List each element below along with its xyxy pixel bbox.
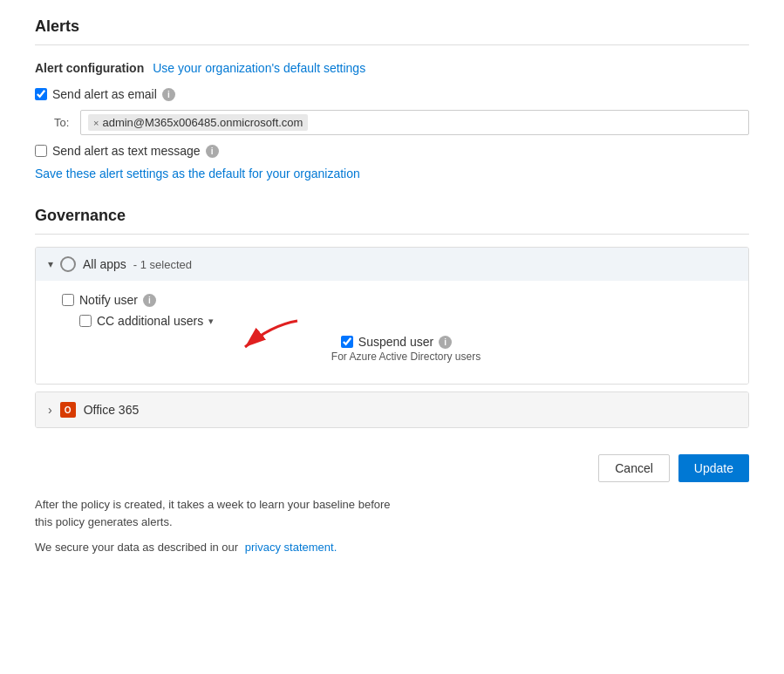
notify-user-checkbox[interactable]: [62, 294, 74, 306]
office365-accordion: › O Office 365: [35, 391, 749, 428]
alert-config-label: Alert configuration: [35, 61, 144, 75]
cc-users-checkbox[interactable]: [79, 315, 92, 327]
send-email-label: Send alert as email: [52, 87, 157, 101]
notify-user-label: Notify user: [79, 293, 138, 307]
to-field-row: To: × admin@M365x006485.onmicrosoft.com: [54, 110, 749, 135]
suspend-user-label: Suspend user: [358, 335, 433, 349]
email-tag: × admin@M365x006485.onmicrosoft.com: [88, 114, 308, 131]
notify-user-info-icon: i: [143, 294, 156, 307]
send-email-info-icon: i: [162, 88, 175, 101]
privacy-link[interactable]: privacy statement.: [245, 541, 337, 554]
office365-title: Office 365: [84, 403, 140, 417]
privacy-text: We secure your data as described in our …: [35, 541, 749, 554]
notify-user-row: Notify user i: [62, 293, 731, 307]
update-button[interactable]: Update: [678, 454, 749, 482]
email-tag-remove[interactable]: ×: [93, 118, 99, 128]
all-apps-accordion: ▾ All apps - 1 selected Notify user i CC…: [35, 247, 749, 385]
send-email-row: Send alert as email i: [35, 87, 749, 101]
all-apps-title: All apps: [83, 257, 126, 271]
send-text-row: Send alert as text message i: [35, 144, 749, 158]
all-apps-accordion-body: Notify user i CC additional users ▾: [36, 281, 748, 384]
suspend-user-info-icon: i: [439, 336, 452, 349]
cc-users-label: CC additional users: [97, 314, 203, 328]
use-default-settings-link[interactable]: Use your organization's default settings: [153, 61, 365, 75]
cancel-button[interactable]: Cancel: [598, 454, 670, 482]
all-apps-badge: - 1 selected: [133, 258, 192, 271]
email-tag-input[interactable]: × admin@M365x006485.onmicrosoft.com: [80, 110, 749, 135]
cc-users-row: CC additional users ▾: [79, 314, 731, 328]
alerts-section: Alerts Alert configuration Use your orga…: [35, 17, 749, 180]
privacy-prefix: We secure your data as described in our: [35, 541, 238, 554]
office365-accordion-header[interactable]: › O Office 365: [36, 392, 748, 427]
all-apps-chevron: ▾: [48, 258, 53, 270]
send-text-label: Send alert as text message: [52, 144, 201, 158]
office365-icon: O: [59, 401, 77, 419]
all-apps-accordion-header[interactable]: ▾ All apps - 1 selected: [36, 248, 748, 281]
save-default-link[interactable]: Save these alert settings as the default…: [35, 167, 360, 180]
cc-users-dropdown-arrow[interactable]: ▾: [208, 316, 214, 327]
alert-config-row: Alert configuration Use your organizatio…: [35, 61, 749, 75]
suspend-user-main: Suspend user i: [341, 335, 452, 349]
office365-square: O: [60, 402, 76, 418]
alerts-title: Alerts: [35, 17, 749, 45]
save-default-row: Save these alert settings as the default…: [35, 167, 749, 180]
button-row: Cancel Update: [35, 454, 749, 482]
suspend-user-subtext: For Azure Active Directory users: [331, 351, 481, 363]
footer-section: Cancel Update After the policy is create…: [35, 454, 749, 554]
office365-chevron: ›: [48, 403, 52, 417]
send-text-info-icon: i: [206, 145, 219, 158]
send-email-checkbox[interactable]: [35, 88, 47, 100]
to-label: To:: [54, 116, 72, 129]
send-text-checkbox[interactable]: [35, 145, 47, 157]
suspend-user-row: Suspend user i For Azure Active Director…: [62, 335, 731, 363]
suspend-user-checkbox[interactable]: [341, 336, 353, 348]
governance-section: Governance ▾ All apps - 1 selected Notif…: [35, 207, 749, 428]
red-arrow-svg: [228, 317, 306, 360]
governance-title: Governance: [35, 207, 749, 235]
email-tag-value: admin@M365x006485.onmicrosoft.com: [102, 116, 303, 129]
footer-info-text: After the policy is created, it takes a …: [35, 496, 401, 530]
all-apps-circle-icon: [60, 256, 76, 272]
